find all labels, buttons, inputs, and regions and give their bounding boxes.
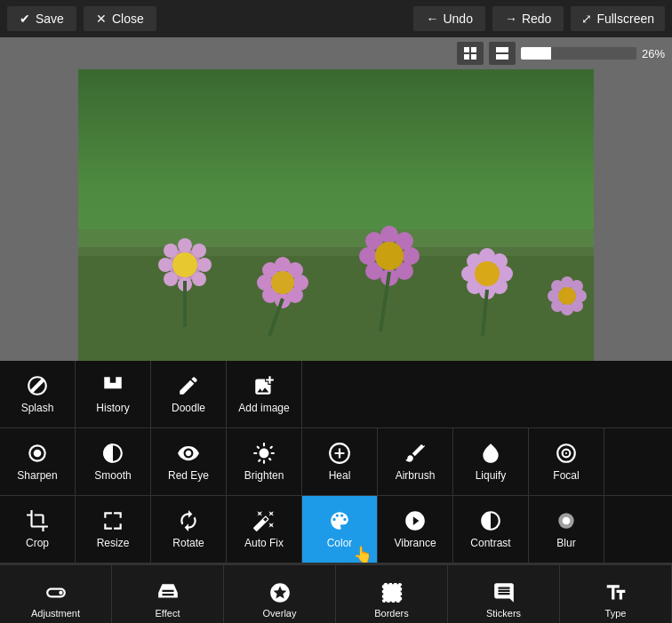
- tool-rotate[interactable]: Rotate: [151, 496, 227, 563]
- type-label: Type: [605, 608, 627, 619]
- save-button[interactable]: ✔ Save: [7, 6, 76, 31]
- auto-fix-label: Auto Fix: [244, 537, 284, 549]
- progress-label: 26%: [642, 47, 665, 60]
- tool-brighten[interactable]: Brighten: [227, 428, 302, 495]
- stickers-label: Stickers: [486, 608, 521, 619]
- tool-focal[interactable]: Focal: [529, 428, 604, 495]
- tool-doodle[interactable]: Doodle: [151, 361, 227, 427]
- view-icon-1: [463, 46, 477, 60]
- tool-vibrance[interactable]: Vibrance: [378, 496, 453, 563]
- doodle-icon: [177, 374, 200, 397]
- crop-label: Crop: [26, 537, 49, 549]
- contrast-icon: [479, 509, 502, 532]
- overlay-label: Overlay: [263, 608, 297, 619]
- redo-icon: →: [505, 12, 517, 26]
- progress-bar-fill: [521, 47, 551, 60]
- splash-label: Splash: [21, 402, 54, 414]
- smooth-icon: [101, 442, 124, 465]
- svg-point-45: [475, 261, 500, 286]
- tool-heal[interactable]: Heal: [302, 428, 378, 495]
- tool-sharpen[interactable]: Sharpen: [0, 428, 76, 495]
- svg-rect-7: [78, 247, 594, 361]
- svg-rect-3: [471, 54, 476, 60]
- view-btn-2[interactable]: [489, 42, 516, 65]
- blur-label: Blur: [556, 537, 575, 549]
- tool-splash[interactable]: Splash: [0, 361, 76, 427]
- photo-canvas: [78, 69, 594, 361]
- nav-borders[interactable]: Borders: [336, 565, 448, 623]
- airbrush-icon: [404, 442, 427, 465]
- tool-red-eye[interactable]: Red Eye: [151, 428, 227, 495]
- svg-point-64: [565, 452, 567, 454]
- tool-resize[interactable]: Resize: [76, 496, 151, 563]
- type-icon: [604, 581, 628, 604]
- tool-auto-fix[interactable]: Auto Fix: [227, 496, 302, 563]
- tool-history[interactable]: History: [76, 361, 151, 427]
- adjustment-label: Adjustment: [31, 608, 80, 619]
- rotate-label: Rotate: [172, 537, 204, 549]
- save-icon: ✔: [20, 12, 30, 26]
- nav-type[interactable]: Type: [560, 565, 672, 623]
- nav-effect[interactable]: Effect: [112, 565, 224, 623]
- tool-airbrush[interactable]: Airbrush: [378, 428, 453, 495]
- doodle-label: Doodle: [172, 402, 205, 414]
- tool-smooth[interactable]: Smooth: [76, 428, 151, 495]
- color-label: Color: [327, 537, 353, 549]
- sharpen-icon: [26, 442, 49, 465]
- stickers-icon: [492, 581, 516, 604]
- tool-add-image[interactable]: Add image: [227, 361, 302, 427]
- history-label: History: [96, 402, 129, 414]
- bottom-nav: Adjustment Effect Overlay Borders Sticke…: [0, 563, 672, 623]
- nav-adjustment[interactable]: Adjustment: [0, 565, 112, 623]
- red-eye-label: Red Eye: [168, 469, 209, 482]
- heal-icon: [328, 442, 351, 465]
- vibrance-label: Vibrance: [394, 537, 436, 549]
- fullscreen-button[interactable]: ⤢ Fullscreen: [571, 6, 665, 31]
- rotate-icon: [177, 509, 200, 532]
- tools-row-2: Sharpen Smooth Red Eye Brighten: [0, 428, 672, 496]
- smooth-label: Smooth: [94, 469, 131, 482]
- save-label: Save: [36, 12, 64, 26]
- progress-bar-container: [521, 47, 636, 60]
- resize-label: Resize: [97, 537, 130, 549]
- tool-crop[interactable]: Crop: [0, 496, 76, 563]
- tool-liquify[interactable]: Liquify: [453, 428, 529, 495]
- nav-overlay[interactable]: Overlay: [224, 565, 336, 623]
- close-icon: ✕: [96, 12, 107, 26]
- undo-button[interactable]: ← Undo: [413, 6, 484, 31]
- svg-point-27: [271, 271, 294, 294]
- tools-row-1: Splash History Doodle Add image: [0, 361, 672, 428]
- splash-icon: [26, 374, 49, 397]
- svg-point-13: [158, 258, 172, 272]
- close-button[interactable]: ✕ Close: [84, 6, 156, 31]
- airbrush-label: Airbrush: [396, 469, 436, 482]
- resize-icon: [101, 509, 124, 532]
- tool-blur[interactable]: Blur: [529, 496, 604, 563]
- focal-label: Focal: [553, 469, 579, 482]
- svg-point-36: [375, 242, 404, 270]
- liquify-icon: [479, 442, 502, 465]
- svg-point-60: [34, 450, 42, 458]
- svg-rect-8: [78, 229, 594, 256]
- red-eye-icon: [177, 442, 200, 465]
- svg-point-54: [558, 287, 576, 305]
- add-image-label: Add image: [238, 402, 289, 414]
- canvas-image: [78, 69, 594, 361]
- svg-rect-5: [496, 54, 508, 60]
- overlay-icon: [268, 581, 292, 604]
- color-icon: [328, 509, 351, 532]
- view-btn-1[interactable]: [457, 42, 484, 65]
- redo-button[interactable]: → Redo: [492, 6, 564, 31]
- tool-contrast[interactable]: Contrast: [453, 496, 529, 563]
- svg-point-15: [164, 244, 178, 258]
- focal-icon: [555, 442, 578, 465]
- redo-label: Redo: [522, 12, 551, 26]
- tool-color[interactable]: Color 👆: [302, 496, 378, 563]
- toolbar-right: ← Undo → Redo ⤢ Fullscreen: [413, 6, 665, 31]
- borders-label: Borders: [374, 608, 409, 619]
- svg-rect-1: [471, 47, 476, 52]
- blur-icon: [555, 509, 578, 532]
- fullscreen-label: Fullscreen: [596, 12, 654, 26]
- adjustment-icon: [44, 581, 68, 604]
- nav-stickers[interactable]: Stickers: [448, 565, 560, 623]
